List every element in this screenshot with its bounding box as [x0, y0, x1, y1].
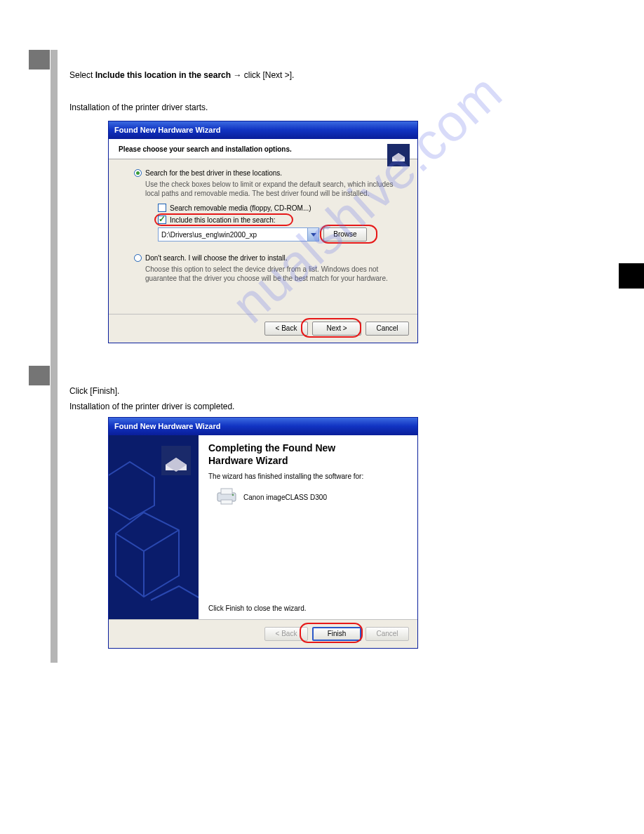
location-combo[interactable]: D:\Drivers\us_eng\win2000_xp: [158, 227, 319, 241]
wizard2-window: Found New Hardware Wizard: [108, 417, 418, 649]
wizard2-main: Completing the Found New Hardware Wizard…: [199, 435, 417, 619]
wizard1-window: Found New Hardware Wizard Please choose …: [108, 121, 418, 343]
cancel-button-disabled: Cancel: [365, 627, 409, 641]
combo-dropdown-button[interactable]: [307, 228, 318, 241]
wizard2-heading: Completing the Found New Hardware Wizard: [208, 442, 408, 467]
step-marker-7: [29, 50, 50, 70]
wizard1-body: Search for the best driver in these loca…: [109, 159, 417, 314]
wizard2-subtext: The wizard has finished installing the s…: [208, 472, 408, 480]
checkbox-include-label: Include this location in the search:: [170, 216, 276, 224]
wizard2-sidebar: [109, 435, 199, 619]
text: Completing the Found New: [208, 442, 335, 454]
text: Hardware Wizard: [208, 455, 288, 466]
radio-dont-search[interactable]: [134, 254, 142, 262]
wizard1-header: Please choose your search and installati…: [109, 139, 417, 159]
location-path: D:\Drivers\us_eng\win2000_xp: [159, 230, 307, 240]
wizard1-footer: < Back Next > Cancel: [109, 314, 417, 343]
text: Select: [69, 70, 95, 80]
page-tab: [619, 263, 644, 289]
doc-sidebar: [51, 50, 58, 663]
back-button-disabled: < Back: [264, 627, 308, 641]
radio1-desc: Use the check boxes below to limit or ex…: [145, 180, 408, 198]
wizard1-header-text: Please choose your search and installati…: [119, 145, 410, 153]
checkbox-removable-label: Search removable media (floppy, CD-ROM..…: [170, 204, 311, 212]
cancel-button[interactable]: Cancel: [365, 322, 409, 336]
wizard2-footer: < Back Finish Cancel: [109, 619, 417, 648]
device-name: Canon imageCLASS D300: [243, 494, 327, 501]
step-8b: Installation of the printer driver is co…: [69, 402, 434, 411]
browse-button[interactable]: Browse: [323, 227, 367, 241]
svg-rect-5: [221, 500, 232, 504]
chevron-down-icon: [311, 233, 316, 237]
radio-dont-search-label: Don't search. I will choose the driver t…: [145, 254, 288, 262]
printer-icon: [215, 487, 238, 507]
next-button[interactable]: Next >: [312, 322, 361, 336]
wizard2-closetext: Click Finish to close the wizard.: [208, 604, 307, 612]
svg-rect-4: [221, 489, 232, 494]
step-7b: Installation of the printer driver start…: [69, 102, 434, 112]
svg-point-6: [232, 494, 234, 496]
step-8a: Click [Finish].: [69, 386, 434, 396]
back-button[interactable]: < Back: [264, 322, 308, 336]
wizard2-titlebar: Found New Hardware Wizard: [109, 418, 417, 435]
checkbox-removable-media[interactable]: [158, 204, 166, 212]
text: → click [Next >].: [231, 70, 294, 80]
step-marker-8: [29, 366, 50, 385]
wizard1-titlebar: Found New Hardware Wizard: [109, 121, 417, 139]
radio-search-best-label: Search for the best driver in these loca…: [145, 169, 282, 177]
step-7a: Select Include this location in the sear…: [69, 70, 434, 80]
radio-search-best[interactable]: [134, 169, 142, 177]
checkbox-include-location[interactable]: [158, 216, 166, 224]
text-bold: Include this location in the search: [95, 70, 231, 80]
radio2-desc: Choose this option to select the device …: [145, 265, 408, 283]
finish-button[interactable]: Finish: [312, 627, 361, 641]
